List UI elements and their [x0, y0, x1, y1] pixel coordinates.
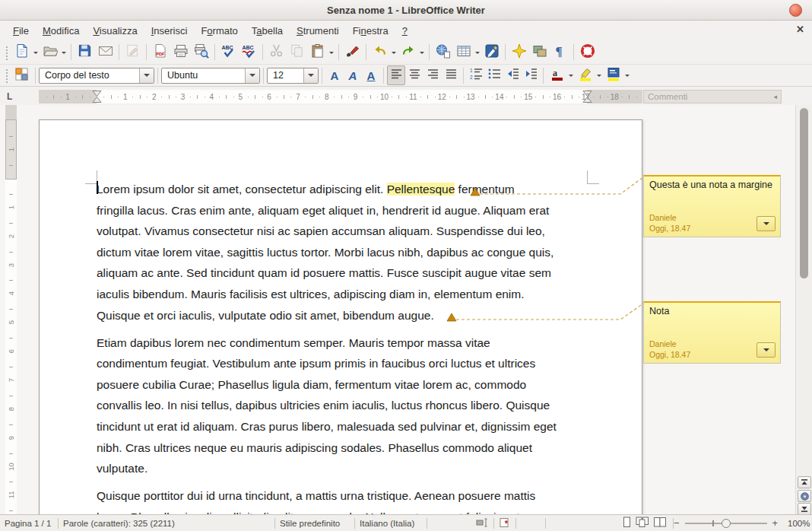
- horizontal-ruler[interactable]: 1234567891011121314151617181: [39, 90, 642, 103]
- font-color-button[interactable]: a: [547, 65, 567, 85]
- vertical-ruler[interactable]: 12345678910111: [5, 105, 17, 514]
- page-style-status[interactable]: Stile predefinito: [275, 519, 354, 528]
- undo-dropdown[interactable]: [390, 43, 398, 62]
- paragraph-style-value[interactable]: Corpo del testo: [40, 70, 139, 81]
- word-count-status[interactable]: Parole (caratteri): 325 (2211): [59, 519, 274, 528]
- margin-comment-2[interactable]: Nota Daniele Oggi, 18.47: [643, 301, 781, 364]
- menu-tabella[interactable]: Tabella: [245, 23, 290, 39]
- toolbar-grip[interactable]: [5, 68, 9, 83]
- open-button[interactable]: [40, 43, 60, 62]
- bold-button[interactable]: A: [325, 65, 344, 85]
- menu-modifica[interactable]: Modifica: [36, 23, 86, 39]
- paragraph-background-button[interactable]: [603, 65, 623, 85]
- menu-visualizza[interactable]: Visualizza: [86, 23, 144, 39]
- font-size-dropdown[interactable]: [303, 68, 318, 83]
- email-button[interactable]: [95, 43, 116, 62]
- zoom-out-icon[interactable]: −: [674, 517, 680, 529]
- auto-spellcheck-button[interactable]: ABC: [239, 43, 259, 62]
- clone-formatting-button[interactable]: [342, 43, 363, 62]
- menu-file[interactable]: File: [6, 23, 36, 39]
- underline-button[interactable]: A: [362, 65, 380, 85]
- styles-button[interactable]: [11, 65, 32, 85]
- spelling-button[interactable]: ABC: [218, 43, 239, 62]
- new-document-button[interactable]: [11, 43, 32, 62]
- export-pdf-button[interactable]: PDF: [150, 43, 170, 62]
- paste-dropdown[interactable]: [328, 43, 335, 62]
- align-right-button[interactable]: [423, 65, 442, 85]
- next-page-button[interactable]: [798, 503, 811, 514]
- help-button[interactable]: [577, 43, 598, 62]
- redo-button[interactable]: [398, 43, 418, 62]
- multi-page-view-icon[interactable]: [636, 517, 649, 529]
- comment-text[interactable]: Questa è una nota a margine: [649, 180, 775, 190]
- scrollbar-thumb[interactable]: [800, 108, 808, 278]
- font-name-combobox[interactable]: Ubuntu: [161, 68, 260, 84]
- highlighting-dropdown[interactable]: [595, 65, 603, 85]
- decrease-indent-button[interactable]: [503, 65, 522, 85]
- highlighted-comment-range[interactable]: Pellentesque: [387, 183, 455, 196]
- menu-formato[interactable]: Formato: [194, 23, 244, 39]
- save-button[interactable]: [75, 43, 95, 62]
- page-number-status[interactable]: Pagina 1 / 1: [0, 519, 58, 528]
- hyperlink-button[interactable]: [433, 43, 453, 62]
- zoom-slider[interactable]: − +: [674, 517, 788, 529]
- zoom-slider-knob[interactable]: [722, 519, 731, 528]
- menu-inserisci[interactable]: Inserisci: [144, 23, 195, 39]
- selection-mode-icon[interactable]: [471, 518, 493, 529]
- gallery-button[interactable]: [529, 43, 550, 62]
- formatting-marks-button[interactable]: ¶: [550, 43, 570, 62]
- insert-table-button[interactable]: [453, 43, 474, 62]
- zoom-level[interactable]: 100%: [788, 519, 812, 528]
- align-center-button[interactable]: [405, 65, 423, 85]
- font-size-value[interactable]: 12: [268, 70, 303, 81]
- paragraph-style-combobox[interactable]: Corpo del testo: [39, 68, 154, 84]
- font-name-value[interactable]: Ubuntu: [162, 70, 245, 81]
- comment-menu-button[interactable]: [756, 216, 776, 231]
- document-page[interactable]: Lorem ipsum dolor sit amet, consectetur …: [39, 119, 642, 514]
- paragraph-style-dropdown[interactable]: [139, 68, 154, 83]
- paste-button[interactable]: [307, 43, 328, 62]
- font-name-dropdown[interactable]: [245, 68, 259, 83]
- numbered-list-button[interactable]: 12: [467, 65, 485, 85]
- navigation-button[interactable]: [798, 490, 811, 502]
- collapse-comments-icon[interactable]: ◂: [773, 93, 777, 100]
- font-color-dropdown[interactable]: [567, 65, 575, 85]
- increase-indent-button[interactable]: [522, 65, 540, 85]
- undo-button[interactable]: [370, 43, 390, 62]
- draw-functions-button[interactable]: [481, 43, 502, 62]
- document-text[interactable]: Lorem ipsum dolor sit amet, consectetur …: [97, 179, 557, 514]
- redo-dropdown[interactable]: [418, 43, 426, 62]
- menu-finestra[interactable]: Finestra: [346, 23, 395, 39]
- toolbar-grip[interactable]: [5, 45, 9, 60]
- navigator-button[interactable]: [509, 43, 529, 62]
- window-close-button[interactable]: [789, 4, 802, 17]
- tab-stop-selector[interactable]: L: [7, 91, 12, 102]
- document-modified-icon[interactable]: *: [494, 517, 515, 529]
- highlighting-button[interactable]: [575, 65, 595, 85]
- vertical-scrollbar[interactable]: [795, 105, 812, 514]
- print-button[interactable]: [170, 43, 191, 62]
- align-left-button[interactable]: [387, 65, 405, 85]
- paragraph-background-dropdown[interactable]: [623, 65, 631, 85]
- comment-text[interactable]: Nota: [649, 306, 775, 316]
- single-page-view-icon[interactable]: [622, 517, 632, 529]
- open-dropdown[interactable]: [60, 43, 68, 62]
- language-status[interactable]: Italiano (Italia): [355, 519, 427, 528]
- new-document-dropdown[interactable]: [32, 43, 40, 62]
- margin-comment-1[interactable]: Questa è una nota a margine Daniele Oggi…: [643, 175, 781, 237]
- italic-button[interactable]: A: [344, 65, 362, 85]
- previous-page-button[interactable]: [798, 476, 811, 488]
- zoom-in-icon[interactable]: +: [772, 517, 779, 529]
- comment-menu-button[interactable]: [756, 342, 776, 358]
- insert-table-dropdown[interactable]: [474, 43, 481, 62]
- book-view-icon[interactable]: [653, 517, 667, 529]
- menu-help[interactable]: ?: [395, 23, 414, 39]
- print-preview-button[interactable]: [191, 43, 211, 62]
- document-close-icon[interactable]: ✕: [796, 24, 804, 35]
- indent-marker[interactable]: [92, 90, 102, 103]
- bullet-list-button[interactable]: [485, 65, 503, 85]
- font-size-combobox[interactable]: 12: [267, 68, 319, 84]
- menu-strumenti[interactable]: Strumenti: [290, 23, 346, 39]
- justify-button[interactable]: [442, 65, 460, 85]
- comments-ruler-button[interactable]: Commenti ◂: [643, 90, 782, 103]
